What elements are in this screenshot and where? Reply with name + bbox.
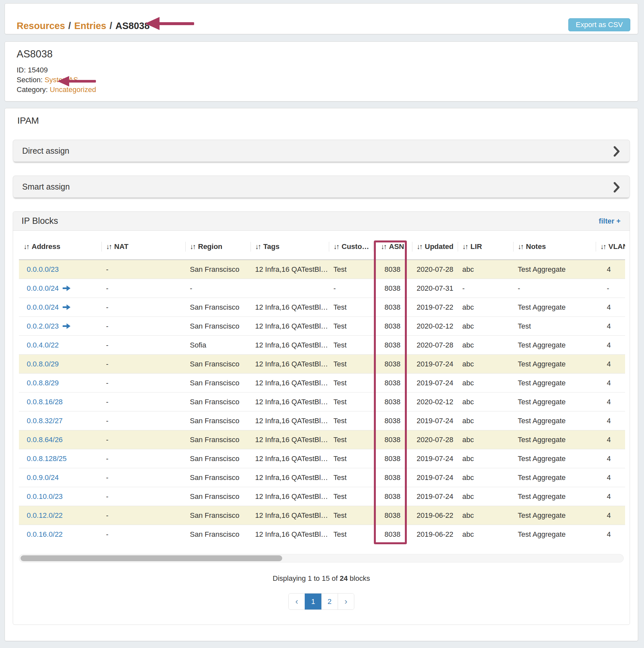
address-link[interactable]: 0.0.9.0/24 (27, 474, 59, 482)
cell-lir: abc (458, 374, 513, 392)
address-link[interactable]: 0.0.2.0/23 (27, 322, 59, 330)
export-csv-button[interactable]: Export as CSV (568, 18, 630, 31)
category-link[interactable]: Uncategorized (50, 86, 96, 94)
table-row: 0.0.10.0/23-San Franscisco12 Infra,16 QA… (19, 487, 625, 506)
column-header-vlan[interactable]: ↓↑VLAN (596, 231, 625, 260)
cell-address: 0.0.12.0/22 (19, 506, 101, 525)
cell-updated: 2019-07-24 (412, 355, 458, 374)
cell-notes: Test Aggregate (513, 506, 596, 525)
cell-asn: 8038 (373, 506, 412, 525)
address-link[interactable]: 0.0.0.0/23 (27, 265, 59, 273)
cell-customer: Test (329, 336, 373, 355)
cell-nat: - (101, 279, 185, 298)
cell-address: 0.0.8.64/26 (19, 430, 101, 449)
column-header-notes[interactable]: ↓↑Notes (513, 231, 596, 260)
address-link[interactable]: 0.0.10.0/23 (27, 492, 63, 500)
cell-vlan: 4 (596, 317, 625, 336)
sort-icon: ↓↑ (417, 242, 422, 251)
cell-vlan: 4 (596, 487, 625, 506)
entry-title: AS8038 (17, 48, 626, 60)
column-header-tags[interactable]: ↓↑Tags (251, 231, 329, 260)
direct-assign-panel[interactable]: Direct assign (13, 140, 630, 162)
column-header-address[interactable]: ↓↑Address (19, 231, 101, 260)
section-label: Section: (17, 76, 43, 84)
column-header-asn[interactable]: ↓↑ASN (373, 231, 412, 260)
address-link[interactable]: 0.0.8.128/25 (27, 454, 66, 463)
cell-asn: 8038 (373, 279, 412, 298)
ip-blocks-header: IP Blocks filter + (13, 212, 630, 231)
address-link[interactable]: 0.0.8.8/29 (27, 379, 59, 387)
address-link[interactable]: 0.0.8.16/28 (27, 398, 63, 406)
cell-asn: 8038 (373, 449, 412, 468)
address-link[interactable]: 0.0.4.0/22 (27, 341, 59, 349)
horizontal-scrollbar-thumb[interactable] (20, 555, 282, 561)
cell-region: San Franscisco (185, 317, 251, 336)
cell-address: 0.0.2.0/23 (19, 317, 101, 336)
cell-tags: 12 Infra,16 QATestBl… (251, 374, 329, 392)
cell-lir: abc (458, 430, 513, 449)
column-header-lir[interactable]: ↓↑LIR (458, 231, 513, 260)
breadcrumb-link-entries[interactable]: Entries (74, 20, 106, 31)
cell-updated: 2019-07-24 (412, 412, 458, 430)
cell-region: San Franscisco (185, 355, 251, 374)
column-header-region[interactable]: ↓↑Region (185, 231, 251, 260)
pagination: ‹12› (288, 593, 354, 610)
table-row: 0.0.12.0/22-San Franscisco12 Infra,16 QA… (19, 506, 625, 525)
column-header-updated[interactable]: ↓↑Updated (412, 231, 458, 260)
cell-vlan: 4 (596, 392, 625, 412)
column-header-customer[interactable]: ↓↑Custo… (329, 231, 373, 260)
pagination-page-2[interactable]: 2 (321, 594, 338, 609)
pagination-page-1[interactable]: 1 (305, 594, 321, 609)
address-link[interactable]: 0.0.8.64/26 (27, 436, 63, 444)
address-link[interactable]: 0.0.8.0/29 (27, 360, 59, 368)
table-row: 0.0.8.64/26-San Franscisco12 Infra,16 QA… (19, 430, 625, 449)
cell-asn: 8038 (373, 487, 412, 506)
breadcrumb-link-resources[interactable]: Resources (17, 20, 65, 31)
subnet-arrow-icon (63, 323, 70, 329)
cell-customer: Test (329, 355, 373, 374)
table-row: 0.0.0.0/24---80382020-07-31--- (19, 279, 625, 298)
cell-customer: Test (329, 298, 373, 317)
ip-blocks-table: ↓↑Address↓↑NAT↓↑Region↓↑Tags↓↑Custo…↓↑AS… (19, 231, 625, 544)
pagination-next[interactable]: › (338, 594, 354, 609)
address-link[interactable]: 0.0.12.0/22 (27, 511, 63, 520)
cell-customer: Test (329, 412, 373, 430)
address-link[interactable]: 0.0.8.32/27 (27, 417, 63, 425)
cell-vlan: 4 (596, 506, 625, 525)
address-link[interactable]: 0.0.0.0/24 (27, 303, 59, 311)
horizontal-scrollbar-track[interactable] (19, 554, 624, 562)
cell-tags: 12 Infra,16 QATestBl… (251, 430, 329, 449)
filter-toggle[interactable]: filter + (599, 217, 621, 225)
cell-region: San Franscisco (185, 468, 251, 487)
cell-address: 0.0.10.0/23 (19, 487, 101, 506)
cell-tags: 12 Infra,16 QATestBl… (251, 412, 329, 430)
column-label: Address (32, 242, 60, 251)
cell-nat: - (101, 412, 185, 430)
cell-address: 0.0.8.8/29 (19, 374, 101, 392)
address-link[interactable]: 0.0.0.0/24 (27, 284, 59, 292)
smart-assign-label: Smart assign (22, 182, 70, 192)
cell-vlan: 4 (596, 260, 625, 279)
smart-assign-panel[interactable]: Smart assign (13, 175, 630, 198)
cell-vlan: 4 (596, 355, 625, 374)
column-header-nat[interactable]: ↓↑NAT (101, 231, 185, 260)
ip-blocks-panel: IP Blocks filter + ↓↑Address↓↑NAT↓↑Regio… (13, 211, 630, 625)
breadcrumb-current: AS8038 (115, 20, 150, 31)
column-label: Region (198, 242, 222, 251)
section-link[interactable]: SystemAS (45, 76, 78, 84)
cell-nat: - (101, 355, 185, 374)
table-row: 0.0.8.16/28-San Franscisco12 Infra,16 QA… (19, 392, 625, 412)
cell-asn: 8038 (373, 525, 412, 544)
pagination-prev[interactable]: ‹ (289, 594, 305, 609)
cell-address: 0.0.8.0/29 (19, 355, 101, 374)
cell-tags: 12 Infra,16 QATestBl… (251, 506, 329, 525)
cell-updated: 2020-07-28 (412, 430, 458, 449)
sort-icon: ↓↑ (190, 242, 195, 251)
cell-tags: 12 Infra,16 QATestBl… (251, 487, 329, 506)
cell-region: San Franscisco (185, 412, 251, 430)
cell-address: 0.0.16.0/22 (19, 525, 101, 544)
entry-info-panel: AS8038 ID: 15409 Section: SystemAS Categ… (5, 42, 638, 102)
cell-updated: 2020-02-12 (412, 392, 458, 412)
ip-blocks-title: IP Blocks (21, 216, 58, 226)
address-link[interactable]: 0.0.16.0/22 (27, 530, 63, 538)
